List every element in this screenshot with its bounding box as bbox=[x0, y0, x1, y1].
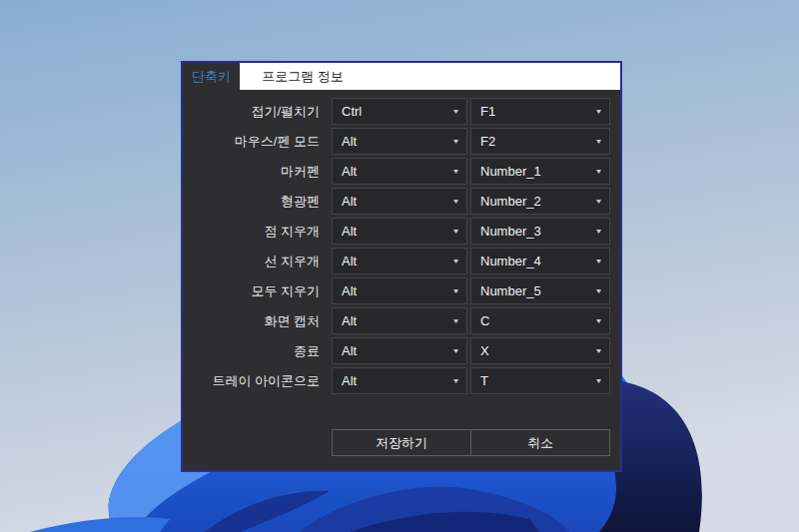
cancel-button[interactable]: 취소 bbox=[470, 429, 610, 456]
key-value: T bbox=[480, 373, 488, 388]
modifier-select[interactable]: Alt ▾ bbox=[332, 307, 467, 334]
modifier-select[interactable]: Alt ▾ bbox=[332, 367, 467, 394]
key-select[interactable]: C ▾ bbox=[470, 307, 610, 334]
chevron-down-icon: ▾ bbox=[596, 138, 601, 146]
chevron-down-icon: ▾ bbox=[453, 287, 458, 295]
shortcut-settings-dialog: 단축키 프로그램 정보 접기/펼치기 Ctrl ▾ F1 ▾ 마우스/펜 모드 … bbox=[181, 61, 622, 472]
key-select[interactable]: Number_3 ▾ bbox=[470, 218, 610, 245]
modifier-value: Alt bbox=[342, 194, 357, 209]
key-value: Number_1 bbox=[480, 164, 541, 179]
chevron-down-icon: ▾ bbox=[453, 317, 458, 325]
chevron-down-icon: ▾ bbox=[596, 287, 601, 295]
modifier-select[interactable]: Alt ▾ bbox=[332, 128, 467, 155]
shortcut-row: 종료 Alt ▾ X ▾ bbox=[183, 337, 620, 364]
shortcut-label: 모두 지우기 bbox=[183, 282, 332, 300]
shortcut-label: 종료 bbox=[183, 342, 332, 360]
chevron-down-icon: ▾ bbox=[596, 317, 601, 325]
shortcut-label: 점 지우개 bbox=[183, 223, 332, 241]
tab-bar: 단축키 프로그램 정보 bbox=[183, 63, 620, 90]
modifier-value: Alt bbox=[342, 254, 357, 268]
modifier-value: Alt bbox=[342, 373, 357, 388]
chevron-down-icon: ▾ bbox=[453, 377, 458, 385]
chevron-down-icon: ▾ bbox=[453, 228, 458, 236]
key-value: Number_2 bbox=[480, 194, 541, 209]
key-select[interactable]: T ▾ bbox=[470, 367, 610, 394]
tab-program-info[interactable]: 프로그램 정보 bbox=[240, 63, 366, 90]
shortcut-row: 점 지우개 Alt ▾ Number_3 ▾ bbox=[183, 218, 620, 245]
modifier-value: Ctrl bbox=[342, 104, 362, 119]
modifier-select[interactable]: Alt ▾ bbox=[332, 218, 467, 245]
key-value: F1 bbox=[480, 104, 495, 119]
chevron-down-icon: ▾ bbox=[596, 108, 601, 116]
chevron-down-icon: ▾ bbox=[453, 138, 458, 146]
modifier-select[interactable]: Ctrl ▾ bbox=[332, 98, 467, 125]
modifier-select[interactable]: Alt ▾ bbox=[332, 158, 467, 185]
shortcut-label: 마커펜 bbox=[183, 163, 332, 181]
key-select[interactable]: F2 ▾ bbox=[470, 128, 610, 155]
key-select[interactable]: X ▾ bbox=[470, 337, 610, 364]
key-select[interactable]: Number_5 ▾ bbox=[470, 277, 610, 304]
key-value: X bbox=[480, 343, 489, 358]
shortcut-row: 모두 지우기 Alt ▾ Number_5 ▾ bbox=[183, 277, 620, 304]
save-button[interactable]: 저장하기 bbox=[332, 429, 471, 456]
chevron-down-icon: ▾ bbox=[596, 168, 601, 176]
key-select[interactable]: Number_1 ▾ bbox=[470, 158, 610, 185]
desktop: 단축키 프로그램 정보 접기/펼치기 Ctrl ▾ F1 ▾ 마우스/펜 모드 … bbox=[0, 0, 799, 532]
shortcut-label: 접기/펼치기 bbox=[183, 103, 332, 121]
key-value: Number_4 bbox=[480, 254, 541, 268]
shortcut-row: 선 지우개 Alt ▾ Number_4 ▾ bbox=[183, 248, 620, 274]
modifier-value: Alt bbox=[342, 134, 357, 149]
chevron-down-icon: ▾ bbox=[596, 258, 601, 266]
chevron-down-icon: ▾ bbox=[596, 198, 601, 206]
shortcut-row: 화면 캡처 Alt ▾ C ▾ bbox=[183, 307, 620, 334]
modifier-value: Alt bbox=[342, 164, 357, 179]
modifier-select[interactable]: Alt ▾ bbox=[332, 188, 467, 215]
shortcut-rows: 접기/펼치기 Ctrl ▾ F1 ▾ 마우스/펜 모드 Alt ▾ F2 bbox=[183, 90, 620, 456]
shortcut-row: 마커펜 Alt ▾ Number_1 ▾ bbox=[183, 158, 620, 185]
chevron-down-icon: ▾ bbox=[453, 258, 458, 266]
shortcut-row: 접기/펼치기 Ctrl ▾ F1 ▾ bbox=[183, 98, 620, 125]
shortcut-label: 마우스/펜 모드 bbox=[183, 133, 332, 151]
shortcut-label: 형광펜 bbox=[183, 193, 332, 211]
chevron-down-icon: ▾ bbox=[596, 228, 601, 236]
chevron-down-icon: ▾ bbox=[596, 377, 601, 385]
shortcut-label: 트레이 아이콘으로 bbox=[183, 372, 332, 390]
modifier-select[interactable]: Alt ▾ bbox=[332, 337, 467, 364]
key-value: Number_3 bbox=[480, 224, 541, 239]
shortcut-label: 화면 캡처 bbox=[183, 312, 332, 330]
key-value: Number_5 bbox=[480, 283, 541, 298]
modifier-value: Alt bbox=[342, 224, 357, 239]
shortcut-row: 형광펜 Alt ▾ Number_2 ▾ bbox=[183, 188, 620, 215]
shortcut-row: 트레이 아이콘으로 Alt ▾ T ▾ bbox=[183, 367, 620, 394]
chevron-down-icon: ▾ bbox=[453, 198, 458, 206]
modifier-select[interactable]: Alt ▾ bbox=[332, 277, 467, 304]
chevron-down-icon: ▾ bbox=[453, 108, 458, 116]
chevron-down-icon: ▾ bbox=[453, 168, 458, 176]
modifier-value: Alt bbox=[342, 283, 357, 298]
key-select[interactable]: Number_2 ▾ bbox=[470, 188, 610, 215]
key-value: C bbox=[480, 313, 489, 328]
shortcut-row: 마우스/펜 모드 Alt ▾ F2 ▾ bbox=[183, 128, 620, 155]
key-value: F2 bbox=[480, 134, 495, 149]
chevron-down-icon: ▾ bbox=[596, 347, 601, 355]
dialog-actions: 저장하기 취소 bbox=[332, 429, 610, 456]
modifier-value: Alt bbox=[342, 343, 357, 358]
tab-shortcuts[interactable]: 단축키 bbox=[183, 63, 240, 90]
chevron-down-icon: ▾ bbox=[453, 347, 458, 355]
key-select[interactable]: Number_4 ▾ bbox=[470, 248, 610, 274]
modifier-value: Alt bbox=[342, 313, 357, 328]
modifier-select[interactable]: Alt ▾ bbox=[332, 248, 467, 274]
key-select[interactable]: F1 ▾ bbox=[470, 98, 610, 125]
shortcut-label: 선 지우개 bbox=[183, 253, 332, 270]
